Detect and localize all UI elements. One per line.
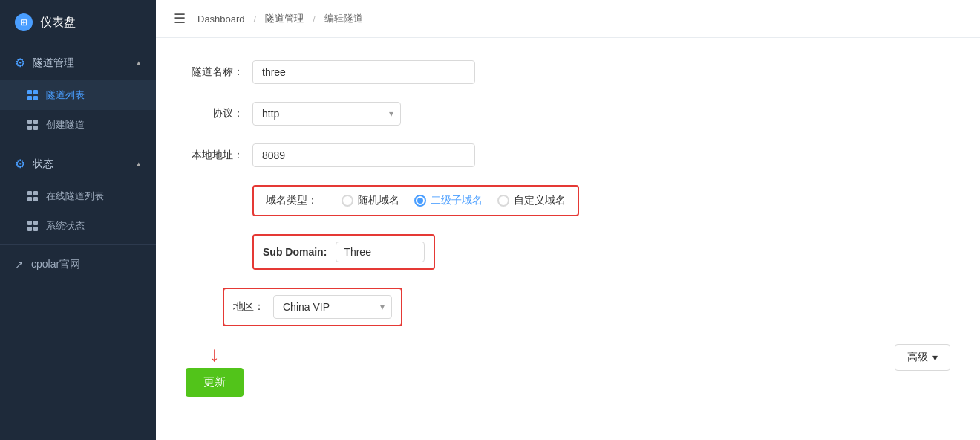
sidebar-item-online-tunnel-label: 在线隧道列表 (46, 190, 104, 203)
advanced-button[interactable]: 高级 ▾ (895, 344, 950, 371)
radio-custom-circle (497, 195, 509, 207)
sidebar-divider-2 (0, 244, 156, 245)
radio-random-domain[interactable]: 随机域名 (342, 194, 399, 207)
radio-subdomain-circle (414, 195, 426, 207)
protocol-control: http https tcp udp (252, 102, 698, 126)
breadcrumb-tunnel-mgmt[interactable]: 隧道管理 (265, 12, 304, 25)
logo-icon: ⊞ (15, 13, 33, 31)
sidebar-item-tunnel-list[interactable]: 隧道列表 (0, 80, 156, 110)
domain-type-control: 域名类型： 随机域名 二级子域名 自定义域名 (252, 185, 698, 216)
breadcrumb-sep-2: / (313, 13, 316, 25)
tunnel-name-row: 隧道名称： (186, 60, 950, 84)
gear-icon: ⚙ (15, 56, 25, 70)
grid-icon-4 (27, 220, 39, 232)
grid-icon (27, 89, 39, 101)
radio-custom-domain[interactable]: 自定义域名 (497, 194, 566, 207)
advanced-chevron-icon: ▾ (932, 352, 938, 363)
tunnel-name-control (252, 60, 698, 84)
sidebar-divider-1 (0, 143, 156, 143)
sidebar-external-label: cpolar官网 (31, 258, 80, 271)
tunnel-name-input[interactable] (252, 60, 475, 84)
region-label: 地区： (233, 300, 264, 314)
tunnel-management-section: ⚙ 隧道管理 隧道列表 创建隧道 (0, 45, 156, 140)
radio-subdomain-label: 二级子域名 (431, 194, 483, 207)
breadcrumb-sep-1: / (254, 13, 257, 25)
sidebar-logo-label: 仪表盘 (40, 15, 76, 30)
local-address-row: 本地地址： (186, 143, 950, 167)
subdomain-box: Sub Domain: (252, 234, 435, 270)
grid-icon-3 (27, 190, 39, 202)
radio-random-label: 随机域名 (358, 194, 399, 207)
subdomain-input[interactable] (336, 242, 425, 262)
sidebar-logo[interactable]: ⊞ 仪表盘 (0, 0, 156, 45)
external-icon: ↗ (15, 259, 24, 271)
status-label: 状态 (33, 158, 53, 171)
bottom-row: ↓ 更新 高级 ▾ (186, 344, 950, 397)
region-select[interactable]: China VIP China US (273, 295, 392, 319)
main-content: ☰ Dashboard / 隧道管理 / 编辑隧道 隧道名称： 协议： http… (156, 0, 980, 440)
region-box: 地区： China VIP China US (223, 288, 402, 326)
arrow-down-icon: ↓ (209, 344, 220, 365)
update-button[interactable]: 更新 (186, 368, 244, 397)
status-section: ⚙ 状态 在线隧道列表 系统状态 (0, 146, 156, 241)
sidebar-item-create-tunnel[interactable]: 创建隧道 (0, 110, 156, 140)
form-container: 隧道名称： 协议： http https tcp udp (156, 38, 980, 440)
protocol-row: 协议： http https tcp udp (186, 102, 950, 126)
update-section: ↓ 更新 (186, 344, 244, 397)
protocol-label: 协议： (186, 107, 252, 120)
subdomain-label: Sub Domain: (263, 246, 327, 258)
local-address-control (252, 143, 698, 167)
topbar: ☰ Dashboard / 隧道管理 / 编辑隧道 (156, 0, 980, 38)
sidebar-item-system-status-label: 系统状态 (46, 219, 85, 233)
chevron-up-icon (137, 58, 141, 68)
breadcrumb-dashboard[interactable]: Dashboard (197, 13, 245, 25)
domain-type-heading: 域名类型： (266, 194, 318, 207)
radio-subdomain[interactable]: 二级子域名 (414, 194, 483, 207)
protocol-select[interactable]: http https tcp udp (252, 102, 401, 126)
local-address-input[interactable] (252, 143, 475, 167)
sidebar-item-create-tunnel-label: 创建隧道 (46, 118, 85, 132)
domain-type-row: 域名类型： 随机域名 二级子域名 自定义域名 (186, 185, 950, 216)
domain-type-box: 域名类型： 随机域名 二级子域名 自定义域名 (252, 185, 579, 216)
hamburger-icon[interactable]: ☰ (174, 10, 186, 27)
sidebar-item-system-status[interactable]: 系统状态 (0, 211, 156, 241)
region-row: 地区： China VIP China US (186, 288, 950, 326)
sidebar-item-tunnel-list-label: 隧道列表 (46, 88, 85, 102)
tunnel-name-label: 隧道名称： (186, 65, 252, 79)
tunnel-management-label: 隧道管理 (33, 56, 74, 70)
subdomain-row: Sub Domain: (186, 234, 950, 270)
domain-type-radio-group: 随机域名 二级子域名 自定义域名 (342, 194, 566, 207)
radio-random-circle (342, 195, 353, 207)
local-address-label: 本地地址： (186, 149, 252, 162)
sidebar-external-cpolar[interactable]: ↗ cpolar官网 (0, 248, 156, 282)
advanced-button-label: 高级 (907, 351, 928, 364)
radio-custom-label: 自定义域名 (514, 194, 566, 207)
status-header[interactable]: ⚙ 状态 (0, 146, 156, 181)
breadcrumb-current: 编辑隧道 (324, 12, 363, 25)
chevron-up-icon-2 (137, 159, 141, 169)
protocol-select-wrap: http https tcp udp (252, 102, 401, 126)
region-select-wrap: China VIP China US (273, 295, 392, 319)
sidebar: ⊞ 仪表盘 ⚙ 隧道管理 隧道列表 创建隧道 ⚙ (0, 0, 156, 440)
grid-icon-2 (27, 119, 39, 131)
gear-icon-2: ⚙ (15, 157, 25, 171)
tunnel-management-header[interactable]: ⚙ 隧道管理 (0, 45, 156, 80)
sidebar-item-online-tunnel-list[interactable]: 在线隧道列表 (0, 181, 156, 211)
